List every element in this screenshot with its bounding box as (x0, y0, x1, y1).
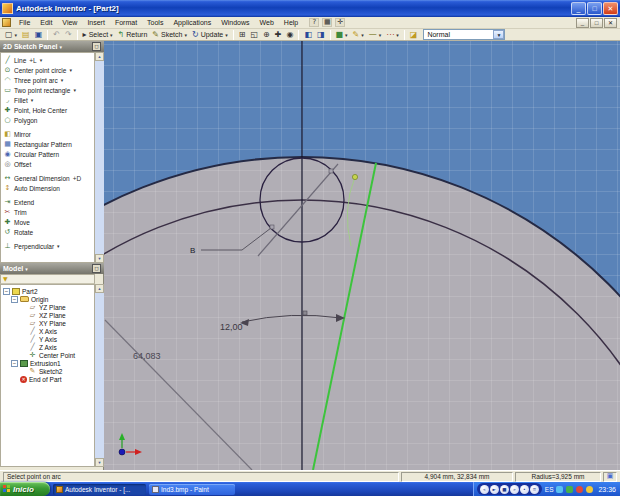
tree-row[interactable]: − Part2 (1, 287, 94, 295)
style-combobox[interactable]: Normal ▼ (423, 29, 505, 40)
media-play-button[interactable]: ► (490, 485, 499, 494)
menu-item[interactable]: Format (110, 18, 142, 27)
sketch-tool-item[interactable]: ○ Polygon (1, 115, 94, 125)
menu-item[interactable]: Help (279, 18, 303, 27)
menu-item[interactable]: Edit (35, 18, 57, 27)
length-dimension-text[interactable]: 64,083 (133, 351, 161, 361)
dimension-handle[interactable] (303, 311, 307, 315)
sketch-tool-item[interactable]: ▦ Rectangular Pattern (1, 139, 94, 149)
sketch-canvas[interactable]: B 12,00 64,083 (104, 41, 620, 470)
chevron-down-icon[interactable]: ▾ (184, 32, 187, 38)
dropdown-arrow-icon[interactable]: ▾ (73, 87, 76, 93)
chevron-down-icon[interactable]: ▾ (361, 32, 364, 38)
sketch-tool-item[interactable]: ◎ Offset (1, 159, 94, 169)
sketch-button[interactable]: ✎ Sketch ▾ (150, 29, 189, 40)
media-prev-button[interactable]: « (480, 485, 489, 494)
sketch-tool-item[interactable]: ◧ Mirror (1, 129, 94, 139)
chevron-down-icon[interactable]: ▾ (379, 32, 382, 38)
taskbar-button-inventor[interactable]: Autodesk Inventor - [... (53, 484, 146, 495)
tree-row[interactable]: − Origin (1, 295, 94, 303)
mdi-close-button[interactable]: ✕ (604, 18, 617, 28)
zoom-all-button[interactable]: ⊞ (237, 29, 248, 40)
language-indicator[interactable]: ES (545, 486, 554, 493)
sketch-tool-item[interactable]: ⊙ Center point circle ▾ (1, 65, 94, 75)
tree-row[interactable]: ▱ XZ Plane (1, 311, 94, 319)
chevron-down-icon[interactable]: ▾ (59, 44, 62, 50)
tray-network-icon[interactable] (556, 486, 563, 493)
tree-expander[interactable]: − (3, 288, 10, 295)
tree-row[interactable]: ✎ Sketch2 (1, 367, 94, 375)
sketch-tool-item[interactable]: ⇥ Extend (1, 197, 94, 207)
dropdown-arrow-icon[interactable]: ▾ (69, 67, 72, 73)
media-mute-button[interactable]: • (520, 485, 529, 494)
sketch-tool-item[interactable]: ╱ Line +L ▾ (1, 55, 94, 65)
chevron-down-icon[interactable]: ▾ (396, 32, 399, 38)
menu-item[interactable]: Insert (82, 18, 110, 27)
tree-expander[interactable]: − (11, 296, 18, 303)
model-panel-header[interactable]: Model ▾ ◻ (0, 263, 104, 274)
menu-item[interactable]: View (57, 18, 82, 27)
graphics-window[interactable]: B 12,00 64,083 (104, 41, 620, 470)
tree-row[interactable]: ▱ XY Plane (1, 319, 94, 327)
restore-button[interactable]: □ (587, 2, 602, 15)
scroll-up-icon[interactable]: ▲ (95, 52, 104, 61)
sketch-tool-item[interactable]: ◉ Circular Pattern (1, 149, 94, 159)
tree-row[interactable]: − Extrusion1 (1, 359, 94, 367)
zoom-button[interactable]: ⊕ (261, 29, 272, 40)
start-button[interactable]: Inicio (0, 482, 50, 496)
scroll-down-icon[interactable]: ▼ (95, 254, 104, 263)
menu-item[interactable]: Windows (216, 18, 254, 27)
return-button[interactable]: ↰ Return (116, 29, 150, 40)
sketch-tool-item[interactable]: ▭ Two point rectangle ▾ (1, 85, 94, 95)
media-next-button[interactable]: » (510, 485, 519, 494)
sketch-tool-item[interactable]: ↔ General Dimension +D (1, 173, 94, 183)
shaded-display-button[interactable]: ◧ (302, 29, 314, 40)
tree-row[interactable]: ╱ X Axis (1, 327, 94, 335)
sketch-tool-item[interactable]: ✚ Point, Hole Center (1, 105, 94, 115)
chevron-down-icon[interactable]: ▾ (110, 32, 113, 38)
tree-expander[interactable]: − (11, 360, 18, 367)
help-icon[interactable]: ? (309, 18, 319, 27)
mdi-minimize-button[interactable]: _ (576, 18, 589, 28)
style-pencil-button[interactable]: ✎ ▾ (351, 29, 366, 40)
sketch-tool-item[interactable]: ↺ Rotate (1, 227, 94, 237)
sketch-tool-item[interactable]: ✚ Move (1, 217, 94, 227)
line-style-button[interactable]: — ▾ (367, 29, 384, 40)
media-stop-button[interactable]: ■ (500, 485, 509, 494)
point-label[interactable]: B (190, 246, 195, 255)
update-button[interactable]: ↻ Update ▾ (190, 29, 230, 40)
mdi-restore-button[interactable]: □ (590, 18, 603, 28)
dropdown-arrow-icon[interactable]: ▾ (57, 243, 60, 249)
menu-item[interactable]: Tools (142, 18, 168, 27)
color-swatch-button[interactable]: ■ ▾ (334, 29, 350, 40)
sketch-tool-item[interactable]: ⊥ Perpendicular ▾ (1, 241, 94, 251)
tree-row[interactable]: ╱ Z Axis (1, 343, 94, 351)
dropdown-arrow-icon[interactable]: ▾ (40, 57, 43, 63)
taskbar-button-paint[interactable]: Ind3.bmp - Paint (149, 484, 235, 495)
pan-button[interactable]: ✚ (273, 29, 284, 40)
tree-row[interactable]: ✕ End of Part (1, 375, 94, 383)
wireframe-display-button[interactable]: ◨ (315, 29, 327, 40)
redo-button[interactable]: ↷ (63, 29, 74, 40)
sketch-point[interactable] (352, 174, 357, 179)
rotate-view-button[interactable]: ◉ (284, 29, 295, 40)
zoom-window-button[interactable]: ◱ (248, 29, 260, 40)
pattern-button[interactable]: ⋯ ▾ (384, 29, 401, 40)
sketch-tool-item[interactable]: ✂ Trim (1, 207, 94, 217)
crosshair-icon[interactable]: ✛ (335, 18, 345, 27)
scroll-down-icon[interactable]: ▼ (95, 458, 104, 467)
chevron-down-icon[interactable]: ▾ (345, 32, 348, 38)
sketch-panel-scrollbar[interactable]: ▲ ▼ (95, 52, 104, 263)
media-menu-button[interactable]: ≡ (530, 485, 539, 494)
undo-button[interactable]: ↶ (51, 29, 62, 40)
tray-update-icon[interactable] (576, 486, 583, 493)
sketch-tool-item[interactable]: ◠ Three point arc ▾ (1, 75, 94, 85)
panel-menu-icon[interactable]: ◻ (92, 42, 101, 51)
sketch-tool-item[interactable]: ↕ Auto Dimension (1, 183, 94, 193)
dropdown-arrow-icon[interactable]: ▾ (31, 97, 34, 103)
select-button[interactable]: ▸ Select ▾ (81, 29, 115, 40)
menu-item[interactable]: Web (255, 18, 279, 27)
open-button[interactable]: ▤ (20, 29, 32, 40)
chevron-down-icon[interactable]: ▾ (25, 266, 28, 272)
menu-item[interactable]: File (14, 18, 35, 27)
